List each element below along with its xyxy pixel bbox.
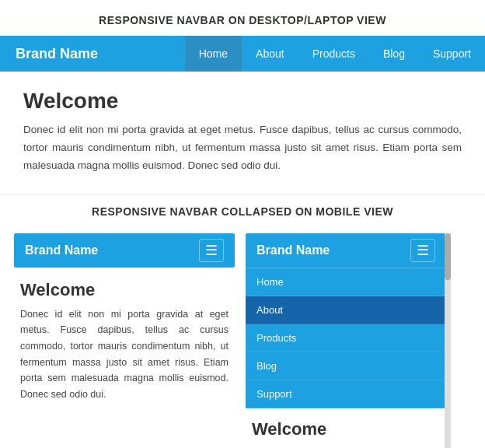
mobile-navbar-expanded: Brand Name ☰	[246, 233, 446, 268]
mobile-welcome-heading-left: Welcome	[20, 280, 229, 300]
mobile-panel-expanded: Brand Name ☰ Home About Products Blog Su…	[241, 233, 451, 448]
mobile-nav-about[interactable]: About	[246, 296, 446, 324]
mobile-nav-products[interactable]: Products	[246, 324, 446, 352]
mobile-nav-support[interactable]: Support	[246, 380, 446, 408]
mobile-navbar-collapsed: Brand Name ☰	[14, 233, 235, 268]
nav-products[interactable]: Products	[298, 36, 369, 72]
desktop-section-title: RESPONSIVE NAVBAR ON DESKTOP/LAPTOP VIEW	[0, 0, 485, 36]
scrollbar-thumb[interactable]	[445, 233, 451, 280]
mobile-main-left: Welcome Donec id elit non mi porta gravi…	[14, 268, 235, 409]
mobile-brand-left: Brand Name	[25, 243, 98, 257]
desktop-welcome-heading: Welcome	[23, 89, 462, 114]
desktop-brand: Brand Name	[0, 46, 185, 62]
mobile-welcome-body-left: Donec id elit non mi porta gravida at eg…	[20, 306, 229, 403]
desktop-main-content: Welcome Donec id elit non mi porta gravi…	[0, 72, 485, 189]
hamburger-icon-right[interactable]: ☰	[410, 239, 435, 262]
mobile-welcome-heading-right: Welcome	[252, 419, 440, 439]
mobile-nav-blog[interactable]: Blog	[246, 352, 446, 380]
hamburger-icon-left[interactable]: ☰	[199, 239, 224, 262]
nav-support[interactable]: Support	[419, 36, 485, 72]
mobile-panel-collapsed: Brand Name ☰ Welcome Donec id elit non m…	[8, 233, 241, 448]
nav-home[interactable]: Home	[185, 36, 242, 72]
mobile-nav-home[interactable]: Home	[246, 268, 446, 296]
desktop-welcome-body: Donec id elit non mi porta gravida at eg…	[23, 121, 462, 175]
mobile-brand-right: Brand Name	[256, 243, 330, 257]
desktop-nav-links: Home About Products Blog Support	[185, 36, 485, 72]
mobile-main-right: Welcome Donec id elit non mi porta gravi…	[246, 408, 446, 448]
desktop-navbar: Brand Name Home About Products Blog Supp…	[0, 36, 485, 72]
nav-blog[interactable]: Blog	[369, 36, 419, 72]
mobile-section: Brand Name ☰ Welcome Donec id elit non m…	[0, 227, 485, 448]
mobile-section-title: RESPONSIVE NAVBAR COLLAPSED ON MOBILE VI…	[0, 194, 485, 227]
mobile-menu: Home About Products Blog Support	[246, 268, 446, 408]
scrollbar-track[interactable]	[445, 233, 451, 448]
nav-about[interactable]: About	[242, 36, 298, 72]
